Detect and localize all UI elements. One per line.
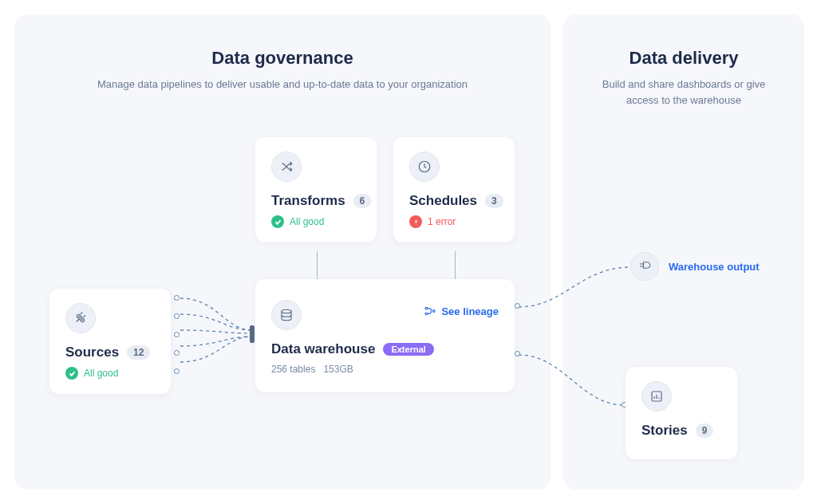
chart-icon xyxy=(641,381,672,411)
transforms-status: All good xyxy=(290,216,324,227)
svg-point-2 xyxy=(425,307,428,309)
warehouse-tag: External xyxy=(383,343,433,356)
schedules-count: 3 xyxy=(485,194,503,208)
transforms-card[interactable]: Transforms 6 All good xyxy=(255,137,377,242)
warehouse-output-label: Warehouse output xyxy=(669,261,760,273)
alert-icon xyxy=(409,215,422,228)
connector-transforms-warehouse xyxy=(317,251,318,279)
sources-status: All good xyxy=(84,368,118,379)
delivery-header: Data delivery Build and share dashboards… xyxy=(563,14,804,108)
sources-title: Sources xyxy=(65,345,119,360)
database-icon xyxy=(271,300,302,330)
governance-subtitle: Manage data pipelines to deliver usable … xyxy=(14,77,551,93)
warehouse-output-link[interactable]: Warehouse output xyxy=(630,252,760,281)
check-icon xyxy=(271,215,284,228)
port-dot xyxy=(174,368,180,374)
output-plug-icon xyxy=(630,252,659,281)
clock-icon xyxy=(409,152,440,182)
lineage-label: See lineage xyxy=(441,305,499,317)
shuffle-icon xyxy=(271,152,302,182)
sources-card[interactable]: Sources 12 All good xyxy=(49,289,171,394)
warehouse-title: Data warehouse xyxy=(271,341,375,357)
warehouse-input-port xyxy=(250,325,255,343)
delivery-title: Data delivery xyxy=(563,48,804,69)
stories-title: Stories xyxy=(641,423,688,439)
schedules-status: 1 error xyxy=(428,216,456,227)
check-icon xyxy=(65,367,78,380)
port-dot xyxy=(174,332,180,337)
svg-point-3 xyxy=(425,313,428,315)
warehouse-card[interactable]: Data warehouse External 256 tables 153GB… xyxy=(255,279,515,392)
schedules-card[interactable]: Schedules 3 1 error xyxy=(393,137,515,242)
svg-point-4 xyxy=(433,310,436,313)
plug-icon xyxy=(65,303,96,333)
transforms-title: Transforms xyxy=(271,193,345,209)
delivery-subtitle: Build and share dashboards or give acces… xyxy=(592,77,776,108)
governance-title: Data governance xyxy=(14,48,551,69)
warehouse-tables: 256 tables xyxy=(271,364,315,375)
port-dot xyxy=(174,350,180,356)
schedules-title: Schedules xyxy=(409,193,477,209)
port-dot xyxy=(174,295,180,301)
warehouse-size: 153GB xyxy=(323,364,353,375)
warehouse-stories-port-out xyxy=(515,351,520,356)
warehouse-output-port xyxy=(515,303,520,309)
see-lineage-button[interactable]: See lineage xyxy=(424,305,499,317)
svg-point-1 xyxy=(282,309,291,313)
governance-panel: Data governance Manage data pipelines to… xyxy=(14,14,551,490)
connector-schedules-warehouse xyxy=(455,251,456,279)
sources-count: 12 xyxy=(127,345,150,360)
lineage-icon xyxy=(424,305,436,317)
port-dot xyxy=(174,313,180,319)
governance-header: Data governance Manage data pipelines to… xyxy=(14,14,551,93)
warehouse-stats: 256 tables 153GB xyxy=(271,364,499,375)
stories-card[interactable]: Stories 9 xyxy=(626,367,737,459)
transforms-count: 6 xyxy=(353,194,372,208)
stories-count: 9 xyxy=(696,423,714,438)
sources-output-ports xyxy=(174,295,180,374)
